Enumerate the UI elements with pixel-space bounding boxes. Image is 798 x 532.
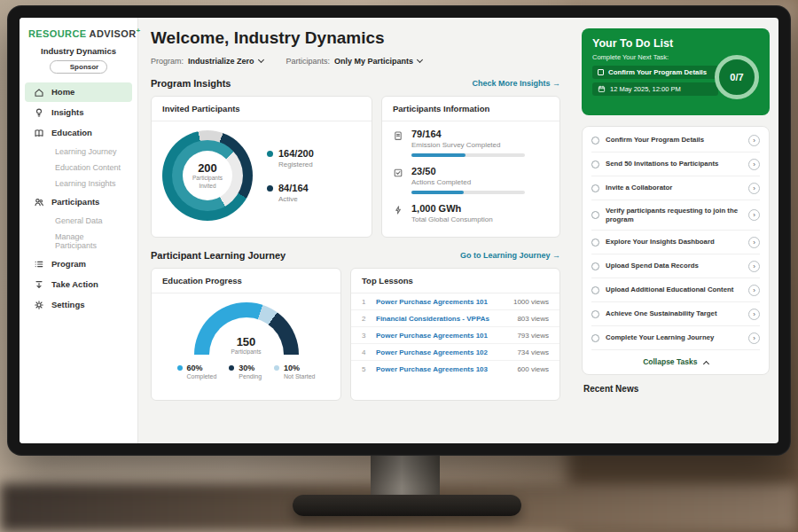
task-checkbox-icon[interactable]	[591, 310, 599, 318]
task-checkbox-icon[interactable]	[591, 211, 599, 219]
task-row-achieve-target[interactable]: Achieve One Sustainability Target ›	[591, 302, 760, 326]
todo-progress-ring: 0/7	[715, 55, 759, 99]
sidebar-item-general-data[interactable]: General Data	[25, 213, 132, 229]
chevron-right-icon[interactable]: ›	[748, 332, 760, 344]
task-checkbox-icon[interactable]	[591, 262, 599, 270]
legend-label: Active	[278, 195, 314, 203]
lesson-rank: 3	[362, 332, 369, 340]
lesson-row: 4 Power Purchase Agreements 102 734 view…	[351, 344, 559, 361]
legend-value: 164/200	[278, 148, 314, 159]
participants-filter-label: Participants:	[286, 57, 331, 66]
chevron-right-icon[interactable]: ›	[748, 309, 760, 320]
sidebar-item-label: Education	[51, 128, 92, 137]
progress-fill	[411, 191, 464, 194]
legend-dot	[267, 185, 273, 192]
sidebar-item-manage-participants[interactable]: Manage Participants	[25, 229, 132, 254]
sponsor-badge[interactable]: Sponsor	[50, 60, 107, 74]
card-title: Participants Information	[382, 97, 559, 121]
progress-bar	[411, 153, 525, 157]
sidebar-item-education[interactable]: Education	[25, 123, 132, 143]
lesson-row: 5 Power Purchase Agreements 103 600 view…	[351, 361, 559, 377]
info-value: 79/164	[411, 129, 525, 139]
info-row: 1,000 GWh Total Global Consumption	[382, 196, 559, 225]
legend-dot	[274, 365, 279, 371]
participants-filter[interactable]: Participants:Only My Participants	[286, 57, 423, 66]
progress-fill	[411, 153, 466, 157]
chevron-right-icon[interactable]: ›	[748, 285, 760, 296]
sidebar-item-education-content[interactable]: Education Content	[25, 160, 132, 176]
lesson-link[interactable]: Power Purchase Agreements 103	[376, 365, 510, 373]
todo-task-list: Confirm Your Program Details › Send 50 I…	[582, 126, 770, 375]
lesson-row: 1 Power Purchase Agreements 101 1000 vie…	[351, 293, 559, 310]
lesson-link[interactable]: Power Purchase Agreements 102	[376, 348, 510, 356]
task-row-send-invitations[interactable]: Send 50 Invitations to Participants ›	[591, 153, 760, 176]
info-label: Actions Completed	[411, 178, 525, 186]
sidebar-item-label: Insights	[51, 107, 83, 117]
task-label: Send 50 Invitations to Participants	[606, 160, 742, 168]
task-row-verify-participants[interactable]: Verify participants requesting to join t…	[591, 200, 760, 231]
task-checkbox-icon[interactable]	[591, 160, 599, 168]
checkbox-icon[interactable]	[598, 69, 604, 75]
participants-information-card: Participants Information 79/164 Emission…	[381, 96, 560, 238]
task-label: Confirm Your Program Details	[606, 136, 742, 145]
task-row-upload-educational-content[interactable]: Upload Additional Educational Content ›	[591, 278, 760, 302]
sidebar-item-insights[interactable]: Insights	[25, 103, 132, 122]
collapse-tasks-link[interactable]: Collapse Tasks	[591, 350, 760, 372]
task-checkbox-icon[interactable]	[591, 239, 599, 246]
chevron-right-icon[interactable]: ›	[748, 237, 760, 248]
task-row-confirm-program[interactable]: Confirm Your Program Details ›	[591, 129, 760, 153]
education-progress-gauge-chart: 150 Participants	[194, 302, 299, 355]
monitor-stand-neck	[371, 454, 440, 498]
arrow-right-icon: →	[552, 79, 560, 88]
legend-label: Not Started	[284, 373, 315, 379]
todo-panel: Your To Do List Complete Your Next Task:…	[582, 28, 770, 394]
chevron-right-icon[interactable]: ›	[748, 261, 760, 272]
legend-value: 10%	[284, 364, 300, 372]
chevron-right-icon[interactable]: ›	[748, 159, 760, 170]
chevron-glyph: ›	[753, 262, 755, 270]
education-progress-card: Education Progress 150 Participants 60% …	[151, 268, 341, 401]
link-label: Check More Insights	[472, 79, 550, 88]
legend-dot	[229, 365, 234, 371]
task-row-complete-learning-journey[interactable]: Complete Your Learning Journey ›	[591, 326, 760, 350]
lesson-link[interactable]: Financial Considerations - VPPAs	[376, 315, 510, 323]
info-row: 79/164 Emission Survey Completed	[382, 121, 559, 159]
sidebar-item-settings[interactable]: Settings	[25, 295, 132, 315]
task-row-upload-spend-data[interactable]: Upload Spend Data Records ›	[591, 254, 760, 278]
task-row-invite-collaborator[interactable]: Invite a Collaborator ›	[591, 176, 760, 200]
lesson-link[interactable]: Power Purchase Agreements 101	[376, 298, 506, 306]
task-checkbox-icon[interactable]	[591, 286, 599, 294]
go-to-learning-journey-link[interactable]: Go to Learning Journey →	[460, 251, 560, 260]
legend-item: 60% Completed	[177, 364, 217, 379]
chevron-right-icon[interactable]: ›	[748, 135, 760, 146]
task-label: Explore Your Insights Dashboard	[606, 238, 742, 246]
gear-icon	[34, 300, 44, 310]
lesson-link[interactable]: Power Purchase Agreements 101	[376, 332, 510, 340]
sidebar-item-home[interactable]: Home	[25, 82, 132, 102]
lesson-views: 734 views	[517, 348, 549, 356]
card-title: Top Lessons	[351, 269, 559, 293]
chevron-right-icon[interactable]: ›	[748, 183, 760, 194]
program-filter[interactable]: Program:Industrialize Zero	[151, 57, 263, 66]
book-icon	[34, 128, 44, 138]
sidebar-item-take-action[interactable]: Take Action	[25, 275, 132, 294]
sidebar-item-label: Participants	[51, 197, 99, 207]
sidebar-item-learning-insights[interactable]: Learning Insights	[25, 176, 132, 192]
sidebar-item-label: Program	[51, 259, 86, 269]
chevron-right-icon[interactable]: ›	[748, 209, 760, 221]
legend-item: 30% Pending	[229, 364, 262, 379]
task-checkbox-icon[interactable]	[591, 137, 599, 145]
clipboard-icon	[393, 130, 403, 141]
task-row-explore-insights[interactable]: Explore Your Insights Dashboard ›	[591, 231, 760, 254]
todo-next-task[interactable]: Confirm Your Program Details	[592, 66, 718, 79]
card-title: Education Progress	[152, 269, 340, 293]
chevron-down-icon	[417, 57, 423, 63]
sidebar-item-participants[interactable]: Participants	[25, 192, 132, 212]
filter-bar: Program:Industrialize Zero Participants:…	[151, 57, 560, 66]
task-checkbox-icon[interactable]	[591, 334, 599, 342]
task-checkbox-icon[interactable]	[591, 184, 599, 192]
list-icon	[34, 259, 44, 270]
sidebar-item-learning-journey[interactable]: Learning Journey	[25, 144, 132, 160]
sidebar-item-program[interactable]: Program	[25, 254, 132, 274]
check-more-insights-link[interactable]: Check More Insights →	[472, 79, 560, 88]
